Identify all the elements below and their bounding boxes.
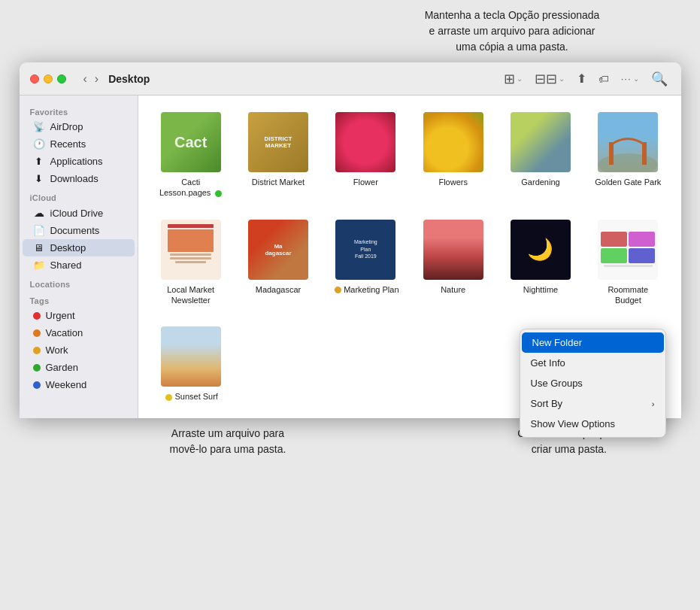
sidebar-item-recents[interactable]: 🕐 Recents	[23, 135, 135, 153]
file-item-cacti[interactable]: Cact CactiLesson.pages	[150, 108, 232, 203]
annotation-bottom-left: Arraste um arquivo para movê-lo para uma…	[170, 426, 286, 457]
svg-point-1	[598, 153, 658, 172]
main-area: Favorites 📡 AirDrop 🕐 Recents ⬆ Applicat…	[20, 96, 681, 418]
thumb-flowers	[423, 112, 483, 172]
thumb-nature	[423, 220, 483, 280]
urgent-dot	[33, 312, 41, 320]
more-button[interactable]: ··· ⌄	[618, 71, 642, 86]
icloud-drive-icon: ☁	[33, 207, 45, 219]
weekend-dot	[33, 381, 41, 389]
sidebar-item-documents[interactable]: 📄 Documents	[23, 222, 135, 239]
sidebar-item-urgent[interactable]: Urgent	[23, 307, 135, 324]
sidebar-label-downloads: Downloads	[50, 173, 98, 184]
sidebar-item-shared[interactable]: 📁 Shared	[23, 256, 135, 274]
svg-rect-2	[609, 142, 614, 165]
sidebar-label-shared: Shared	[50, 259, 82, 271]
sidebar-item-desktop[interactable]: 🖥 Desktop	[23, 239, 135, 256]
file-item-goldengate[interactable]: Golden Gate Park	[587, 108, 668, 203]
garden-dot	[33, 364, 41, 372]
file-name-nature: Nature	[441, 284, 465, 295]
file-name-marketing: Marketing Plan	[332, 284, 398, 295]
view-arrow-icon: ⌄	[517, 74, 523, 83]
forward-button[interactable]: ›	[92, 72, 101, 86]
file-name-sunset: Sunset Surf	[163, 391, 218, 402]
context-label-use-groups: Use Groups	[531, 378, 583, 389]
file-item-sunset[interactable]: Sunset Surf	[150, 322, 232, 406]
sidebar-label-recents: Recents	[50, 138, 86, 150]
thumb-marketing: Marketing Plan Fall 2019	[335, 220, 395, 280]
sidebar: Favorites 📡 AirDrop 🕐 Recents ⬆ Applicat…	[20, 96, 138, 418]
sidebar-label-work: Work	[46, 344, 68, 356]
tag-button[interactable]: 🏷	[595, 71, 612, 86]
file-name-newsletter: Local MarketNewsletter	[167, 284, 214, 306]
file-item-district[interactable]: DISTRICT MARKET District Market	[238, 108, 319, 203]
minimize-button[interactable]	[44, 74, 53, 83]
downloads-icon: ⬇	[33, 173, 45, 184]
thumb-cacti: Cact	[161, 112, 221, 172]
share-icon: ⬆	[577, 71, 586, 86]
work-dot	[33, 347, 41, 354]
sidebar-item-applications[interactable]: ⬆ Applications	[23, 153, 135, 170]
view-mode-button[interactable]: ⊞ ⌄	[501, 69, 526, 89]
ellipsis-icon: ···	[621, 73, 632, 84]
thumb-sunset	[161, 326, 221, 387]
back-button[interactable]: ‹	[81, 72, 89, 86]
file-item-flowers[interactable]: Flowers	[413, 108, 494, 203]
file-name-goldengate: Golden Gate Park	[595, 177, 661, 187]
file-item-newsletter[interactable]: Local MarketNewsletter	[150, 215, 232, 311]
sidebar-label-vacation: Vacation	[46, 327, 83, 338]
context-menu-new-folder[interactable]: New Folder	[522, 332, 664, 353]
search-button[interactable]: 🔍	[648, 69, 671, 89]
sidebar-section-locations: Locations	[20, 274, 138, 290]
traffic-lights	[30, 74, 66, 83]
sidebar-item-vacation[interactable]: Vacation	[23, 324, 135, 341]
file-name-flower: Flower	[353, 177, 378, 187]
sidebar-label-weekend: Weekend	[46, 379, 87, 390]
sidebar-label-documents: Documents	[50, 225, 100, 236]
sidebar-label-applications: Applications	[50, 156, 103, 167]
sidebar-item-airdrop[interactable]: 📡 AirDrop	[23, 118, 135, 135]
share-button[interactable]: ⬆	[574, 70, 589, 87]
file-name-gardening: Gardening	[521, 177, 559, 187]
context-menu: New Folder Get Info Use Groups Sort By ›…	[520, 329, 666, 438]
context-menu-view-options[interactable]: Show View Options	[520, 414, 665, 434]
sidebar-label-airdrop: AirDrop	[50, 121, 83, 132]
file-item-nighttime[interactable]: 🌙 Nighttime	[500, 215, 581, 311]
close-button[interactable]	[30, 74, 39, 83]
sidebar-label-urgent: Urgent	[46, 310, 75, 321]
tooltip-top: Mantenha a tecla Opção pressionada e arr…	[339, 8, 685, 55]
file-item-gardening[interactable]: Gardening	[500, 108, 581, 203]
file-item-marketing[interactable]: Marketing Plan Fall 2019 Marketing Plan	[325, 215, 406, 311]
context-menu-get-info[interactable]: Get Info	[520, 353, 665, 373]
sidebar-label-garden: Garden	[46, 362, 78, 373]
group-button[interactable]: ⊟⊟ ⌄	[532, 69, 568, 89]
sidebar-item-garden[interactable]: Garden	[23, 359, 135, 376]
sidebar-item-icloud-drive[interactable]: ☁ iCloud Drive	[23, 204, 135, 222]
recents-icon: 🕐	[33, 138, 45, 150]
file-item-flower[interactable]: Flower	[325, 108, 406, 203]
thumb-district: DISTRICT MARKET	[248, 112, 308, 172]
thumb-goldengate	[598, 112, 658, 172]
maximize-button[interactable]	[57, 74, 66, 83]
sidebar-section-favorites: Favorites	[20, 102, 138, 118]
context-label-sort-by: Sort By	[531, 398, 563, 409]
file-item-nature[interactable]: Nature	[413, 215, 494, 311]
context-menu-sort-by[interactable]: Sort By ›	[520, 393, 665, 414]
sidebar-label-desktop: Desktop	[50, 242, 86, 253]
desktop-icon: 🖥	[33, 242, 45, 253]
context-label-new-folder: New Folder	[532, 337, 582, 348]
svg-rect-3	[642, 142, 647, 165]
applications-icon: ⬆	[33, 156, 45, 167]
file-item-budget[interactable]: RoommateBudget	[587, 215, 668, 311]
sidebar-item-downloads[interactable]: ⬇ Downloads	[23, 170, 135, 187]
titlebar: ‹ › Desktop ⊞ ⌄ ⊟⊟ ⌄ ⬆ 🏷 ··· ⌄	[20, 62, 681, 96]
vacation-dot	[33, 329, 41, 337]
submenu-arrow-icon: ›	[652, 399, 655, 408]
search-icon: 🔍	[651, 71, 668, 87]
file-name-madagascar: Madagascar	[256, 284, 302, 295]
context-menu-use-groups[interactable]: Use Groups	[520, 373, 665, 393]
sidebar-item-work[interactable]: Work	[23, 341, 135, 359]
file-item-madagascar[interactable]: Ma dagascar Madagascar	[238, 215, 319, 311]
sidebar-item-weekend[interactable]: Weekend	[23, 376, 135, 393]
group-arrow-icon: ⌄	[559, 74, 565, 83]
